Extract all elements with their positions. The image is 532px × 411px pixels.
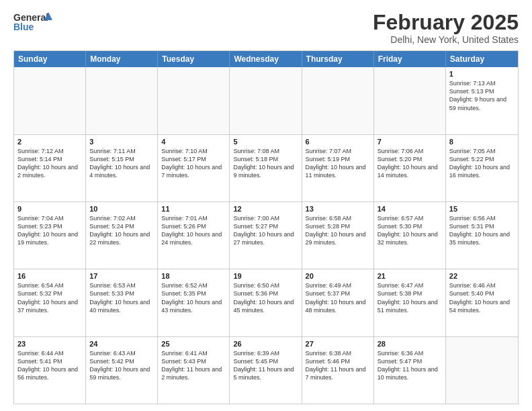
day-number: 28 — [378, 340, 442, 348]
day-info: Sunrise: 6:36 AM Sunset: 5:47 PM Dayligh… — [378, 349, 442, 382]
day-number: 16 — [17, 272, 82, 280]
logo-icon: GeneralBlue — [13, 11, 54, 32]
day-info: Sunrise: 7:07 AM Sunset: 5:19 PM Dayligh… — [306, 147, 370, 180]
col-header-saturday: Saturday — [446, 51, 518, 67]
day-number: 20 — [306, 272, 370, 280]
day-number: 12 — [233, 205, 298, 213]
calendar-cell: 2Sunrise: 7:12 AM Sunset: 5:14 PM Daylig… — [14, 135, 86, 201]
day-number: 13 — [306, 205, 370, 213]
day-number: 23 — [17, 340, 82, 348]
day-info: Sunrise: 7:13 AM Sunset: 5:13 PM Dayligh… — [449, 79, 515, 112]
day-info: Sunrise: 7:10 AM Sunset: 5:17 PM Dayligh… — [161, 147, 226, 180]
logo: GeneralBlue — [13, 11, 54, 32]
calendar-row-1: 1Sunrise: 7:13 AM Sunset: 5:13 PM Daylig… — [14, 67, 518, 134]
day-info: Sunrise: 6:54 AM Sunset: 5:32 PM Dayligh… — [17, 281, 82, 314]
column-headers: SundayMondayTuesdayWednesdayThursdayFrid… — [14, 51, 518, 67]
day-info: Sunrise: 7:06 AM Sunset: 5:20 PM Dayligh… — [378, 147, 442, 180]
calendar-row-4: 16Sunrise: 6:54 AM Sunset: 5:32 PM Dayli… — [14, 269, 518, 336]
calendar: SundayMondayTuesdayWednesdayThursdayFrid… — [13, 50, 519, 404]
calendar-cell: 8Sunrise: 7:05 AM Sunset: 5:22 PM Daylig… — [446, 135, 518, 201]
calendar-cell — [14, 67, 86, 134]
title-block: February 2025 Delhi, New York, United St… — [373, 11, 519, 45]
day-info: Sunrise: 7:02 AM Sunset: 5:24 PM Dayligh… — [89, 214, 154, 247]
calendar-cell: 9Sunrise: 7:04 AM Sunset: 5:23 PM Daylig… — [14, 202, 86, 269]
col-header-monday: Monday — [86, 51, 158, 67]
day-number: 15 — [449, 205, 515, 213]
header: GeneralBlue February 2025 Delhi, New Yor… — [13, 11, 519, 45]
calendar-cell: 23Sunrise: 6:44 AM Sunset: 5:41 PM Dayli… — [14, 337, 86, 404]
day-number: 11 — [161, 205, 226, 213]
day-info: Sunrise: 6:49 AM Sunset: 5:37 PM Dayligh… — [306, 281, 370, 314]
col-header-tuesday: Tuesday — [158, 51, 230, 67]
day-info: Sunrise: 7:01 AM Sunset: 5:26 PM Dayligh… — [161, 214, 226, 247]
calendar-cell: 22Sunrise: 6:46 AM Sunset: 5:40 PM Dayli… — [446, 269, 518, 336]
day-info: Sunrise: 6:50 AM Sunset: 5:36 PM Dayligh… — [233, 281, 298, 314]
day-info: Sunrise: 7:12 AM Sunset: 5:14 PM Dayligh… — [17, 147, 82, 180]
calendar-cell — [374, 67, 446, 134]
subtitle: Delhi, New York, United States — [373, 34, 519, 45]
calendar-row-5: 23Sunrise: 6:44 AM Sunset: 5:41 PM Dayli… — [14, 336, 518, 404]
calendar-cell — [86, 67, 158, 134]
calendar-cell: 14Sunrise: 6:57 AM Sunset: 5:30 PM Dayli… — [374, 202, 446, 269]
day-number: 27 — [306, 340, 370, 348]
calendar-cell — [446, 337, 518, 404]
day-number: 7 — [378, 138, 442, 146]
day-info: Sunrise: 7:00 AM Sunset: 5:27 PM Dayligh… — [233, 214, 298, 247]
col-header-sunday: Sunday — [14, 51, 86, 67]
calendar-cell: 1Sunrise: 7:13 AM Sunset: 5:13 PM Daylig… — [446, 67, 518, 134]
calendar-cell: 11Sunrise: 7:01 AM Sunset: 5:26 PM Dayli… — [158, 202, 230, 269]
calendar-cell: 13Sunrise: 6:58 AM Sunset: 5:28 PM Dayli… — [302, 202, 374, 269]
calendar-cell: 10Sunrise: 7:02 AM Sunset: 5:24 PM Dayli… — [86, 202, 158, 269]
col-header-friday: Friday — [374, 51, 446, 67]
day-number: 14 — [378, 205, 442, 213]
day-number: 8 — [449, 138, 515, 146]
col-header-wednesday: Wednesday — [230, 51, 302, 67]
day-info: Sunrise: 7:04 AM Sunset: 5:23 PM Dayligh… — [17, 214, 82, 247]
day-number: 25 — [161, 340, 226, 348]
calendar-cell: 16Sunrise: 6:54 AM Sunset: 5:32 PM Dayli… — [14, 269, 86, 336]
day-number: 26 — [233, 340, 298, 348]
page: GeneralBlue February 2025 Delhi, New Yor… — [0, 0, 532, 411]
day-info: Sunrise: 6:43 AM Sunset: 5:42 PM Dayligh… — [89, 349, 154, 382]
day-number: 5 — [233, 138, 298, 146]
day-info: Sunrise: 6:58 AM Sunset: 5:28 PM Dayligh… — [306, 214, 370, 247]
calendar-cell: 25Sunrise: 6:41 AM Sunset: 5:43 PM Dayli… — [158, 337, 230, 404]
day-info: Sunrise: 6:46 AM Sunset: 5:40 PM Dayligh… — [449, 281, 515, 314]
calendar-cell: 7Sunrise: 7:06 AM Sunset: 5:20 PM Daylig… — [374, 135, 446, 201]
calendar-cell: 28Sunrise: 6:36 AM Sunset: 5:47 PM Dayli… — [374, 337, 446, 404]
calendar-cell — [158, 67, 230, 134]
day-number: 18 — [161, 272, 226, 280]
calendar-cell — [302, 67, 374, 134]
calendar-cell: 15Sunrise: 6:56 AM Sunset: 5:31 PM Dayli… — [446, 202, 518, 269]
col-header-thursday: Thursday — [302, 51, 374, 67]
calendar-cell: 18Sunrise: 6:52 AM Sunset: 5:35 PM Dayli… — [158, 269, 230, 336]
day-info: Sunrise: 6:44 AM Sunset: 5:41 PM Dayligh… — [17, 349, 82, 382]
day-number: 24 — [89, 340, 154, 348]
svg-text:Blue: Blue — [13, 21, 34, 32]
day-info: Sunrise: 6:39 AM Sunset: 5:45 PM Dayligh… — [233, 349, 298, 382]
calendar-cell — [230, 67, 302, 134]
calendar-cell: 5Sunrise: 7:08 AM Sunset: 5:18 PM Daylig… — [230, 135, 302, 201]
day-number: 19 — [233, 272, 298, 280]
calendar-row-2: 2Sunrise: 7:12 AM Sunset: 5:14 PM Daylig… — [14, 134, 518, 201]
calendar-cell: 3Sunrise: 7:11 AM Sunset: 5:15 PM Daylig… — [86, 135, 158, 201]
calendar-body: 1Sunrise: 7:13 AM Sunset: 5:13 PM Daylig… — [14, 67, 518, 404]
day-number: 2 — [17, 138, 82, 146]
calendar-cell: 4Sunrise: 7:10 AM Sunset: 5:17 PM Daylig… — [158, 135, 230, 201]
calendar-cell: 20Sunrise: 6:49 AM Sunset: 5:37 PM Dayli… — [302, 269, 374, 336]
month-title: February 2025 — [373, 11, 519, 34]
day-number: 17 — [89, 272, 154, 280]
day-number: 9 — [17, 205, 82, 213]
day-number: 22 — [449, 272, 515, 280]
day-info: Sunrise: 6:56 AM Sunset: 5:31 PM Dayligh… — [449, 214, 515, 247]
day-number: 4 — [161, 138, 226, 146]
day-number: 6 — [306, 138, 370, 146]
day-info: Sunrise: 6:47 AM Sunset: 5:38 PM Dayligh… — [378, 281, 442, 314]
day-info: Sunrise: 6:53 AM Sunset: 5:33 PM Dayligh… — [89, 281, 154, 314]
calendar-cell: 27Sunrise: 6:38 AM Sunset: 5:46 PM Dayli… — [302, 337, 374, 404]
calendar-cell: 12Sunrise: 7:00 AM Sunset: 5:27 PM Dayli… — [230, 202, 302, 269]
day-number: 21 — [378, 272, 442, 280]
calendar-cell: 24Sunrise: 6:43 AM Sunset: 5:42 PM Dayli… — [86, 337, 158, 404]
day-info: Sunrise: 6:38 AM Sunset: 5:46 PM Dayligh… — [306, 349, 370, 382]
day-info: Sunrise: 7:05 AM Sunset: 5:22 PM Dayligh… — [449, 147, 515, 180]
